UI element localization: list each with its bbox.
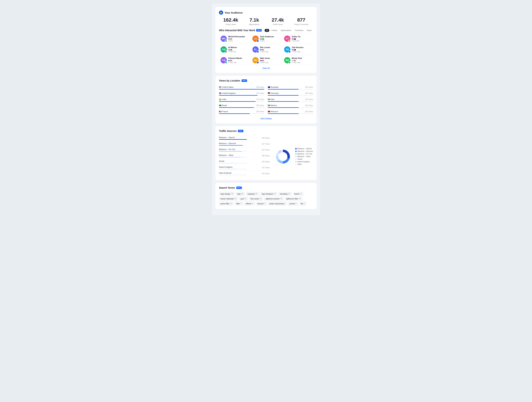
- location-item: 🇧🇷Brasil 298 Views: [219, 103, 264, 109]
- location-item: 🇲🇦Morocco 263 Views: [268, 109, 313, 115]
- flag: 🇬🇧: [260, 60, 262, 62]
- search-term[interactable]: psd 22: [239, 197, 248, 201]
- search-term[interactable]: file 1: [299, 202, 307, 206]
- interacted-header: Who Interacted With Your Work PRO All Fo…: [219, 29, 313, 32]
- avatar-badge: [225, 40, 227, 42]
- traffic-progress-fill: [219, 157, 241, 157]
- progress-fill: [219, 89, 264, 89]
- legend-label: Behance – Discover: [298, 150, 313, 152]
- location-flag: 🇺🇸: [219, 86, 222, 88]
- flag: 🇫🇷: [228, 60, 230, 62]
- progress-bar: [268, 95, 313, 96]
- user-card[interactable]: MP Mindy Park 🇰🇷🇺🇸 6 days ago: [283, 56, 313, 65]
- user-time: Today: [228, 40, 245, 42]
- flag: 🇺🇸: [262, 60, 264, 62]
- filter-comments[interactable]: Comments: [293, 29, 305, 32]
- traffic-item: Behance – Other 298 Views: [219, 153, 270, 159]
- location-name: 🇦🇺Australia: [268, 86, 278, 88]
- term-count: 31: [300, 193, 302, 195]
- traffic-progress-fill: [219, 169, 237, 169]
- term-label: filter: [236, 203, 240, 205]
- search-term[interactable]: retouch 3: [256, 202, 267, 206]
- location-name: 🇧🇷Brasil: [219, 104, 227, 107]
- term-label: photo filter: [221, 203, 229, 205]
- search-term[interactable]: free asset 21: [249, 197, 263, 201]
- legend-label: Behance – Search: [298, 148, 312, 150]
- filter-appreciations[interactable]: Appreciations: [279, 29, 293, 32]
- user-time: 6 days ago: [292, 62, 302, 63]
- user-card[interactable]: AW Al Wilson 🇺🇸🇧🇷 Yesterday: [219, 45, 249, 54]
- progress-fill: [268, 95, 298, 96]
- traffic-left: Behance – Discover: [219, 142, 262, 146]
- user-card[interactable]: CM Clément Martin 🇫🇷🇺🇸 3 days ago: [219, 56, 249, 65]
- avatar-badge: [257, 50, 259, 53]
- stat-label-appreciations: Appreciations: [242, 24, 266, 25]
- search-term[interactable]: photo retouching 2: [268, 202, 287, 206]
- term-count: 21: [260, 198, 261, 200]
- user-info: Elle Louise 🇫🇷🇺🇸 2 days ago: [260, 46, 270, 53]
- search-term[interactable]: logo design 78: [219, 192, 234, 196]
- traffic-item: Search Engines 247 Views: [219, 165, 270, 171]
- location-views: 263 Views: [305, 92, 313, 94]
- search-term[interactable]: lightroom filter 15: [285, 197, 302, 201]
- user-time: Yesterday: [228, 51, 237, 53]
- user-card[interactable]: MJ Matt Jones 🇬🇧🇺🇸 6 days ago: [251, 56, 281, 65]
- location-row: 🇮🇹Italy 263 Views: [268, 98, 313, 100]
- progress-bar: [219, 95, 264, 96]
- user-card[interactable]: MH Michell Hernandez 🇺🇸🇺🇸 Today: [219, 34, 249, 43]
- search-term[interactable]: effects 4: [244, 202, 255, 206]
- user-name: Zak Houston: [292, 46, 304, 48]
- audience-header: 🔔 Your Audience: [219, 10, 313, 15]
- search-term[interactable]: photo filter 11: [219, 202, 234, 206]
- term-label: logo: [237, 193, 241, 195]
- term-label: preset: [290, 203, 295, 205]
- user-card[interactable]: KT Kathy Tiu 🇺🇸🇦🇺 Yesterday: [283, 34, 313, 43]
- avatar-wrap: ZA: [253, 36, 259, 42]
- user-card[interactable]: ZA Zach Anderson 🇺🇸🇧🇷 Today: [251, 34, 281, 43]
- term-count: 51: [274, 193, 276, 195]
- view-details-link[interactable]: View Details: [219, 117, 313, 120]
- view-all-link[interactable]: View All: [219, 67, 313, 69]
- filter-saves[interactable]: Saves: [305, 29, 313, 32]
- filter-follows[interactable]: Follows: [270, 29, 279, 32]
- avatar-badge: [257, 40, 259, 42]
- legend-dot: [295, 153, 297, 155]
- search-term[interactable]: logotype 52: [246, 192, 259, 196]
- user-card[interactable]: EL Elle Louise 🇫🇷🇺🇸 2 days ago: [251, 45, 281, 54]
- flag-strip: 🇫🇷🇺🇸: [228, 60, 242, 62]
- legend-item: Behance – For You: [295, 153, 313, 155]
- user-card[interactable]: ZH Zak Houston 🇺🇸🇦🇺 2 days ago: [283, 45, 313, 54]
- donut-segment: [283, 150, 290, 159]
- location-card: Views by Location PRO 🇺🇸United States 38…: [215, 76, 317, 123]
- flag-strip: 🇺🇸🇺🇸: [228, 38, 245, 40]
- search-term[interactable]: branding 35: [278, 192, 291, 196]
- progress-fill: [268, 89, 298, 89]
- user-name: Clément Martin: [228, 57, 242, 59]
- term-label: brand materials: [221, 198, 234, 200]
- flag-strip: 🇺🇸🇦🇺: [292, 38, 300, 40]
- search-term[interactable]: lightroom preset 16: [264, 197, 284, 201]
- location-flag: 🇬🇧: [219, 92, 222, 94]
- avatar-wrap: AW: [221, 46, 227, 53]
- search-term[interactable]: filter 7: [235, 202, 243, 206]
- term-label: file: [301, 203, 303, 205]
- location-row: 🇦🇺Australia 263 Views: [268, 86, 313, 88]
- traffic-content: Behance – Search 384 Views Behance – Dis…: [219, 135, 313, 177]
- search-term[interactable]: brand materials 28: [219, 197, 238, 201]
- traffic-list: Behance – Search 384 Views Behance – Dis…: [219, 135, 270, 177]
- flag: 🇦🇺: [294, 49, 296, 51]
- progress-bar: [219, 89, 264, 89]
- legend-item: Search Engines: [295, 161, 313, 163]
- avatar-badge: [225, 61, 227, 64]
- avatar-wrap: CM: [221, 57, 227, 63]
- legend-dot: [295, 158, 297, 160]
- location-name: 🇫🇷France: [219, 110, 228, 113]
- search-term[interactable]: preset 1: [288, 202, 298, 206]
- search-term[interactable]: brand 31: [293, 192, 303, 196]
- user-info: Kathy Tiu 🇺🇸🇦🇺 Yesterday: [292, 36, 300, 42]
- search-term[interactable]: logo designer 51: [260, 192, 277, 196]
- traffic-left: Behance – Other: [219, 154, 262, 157]
- search-term[interactable]: logo 56: [235, 192, 245, 196]
- user-time: 6 days ago: [260, 62, 270, 63]
- filter-all[interactable]: All: [265, 29, 269, 32]
